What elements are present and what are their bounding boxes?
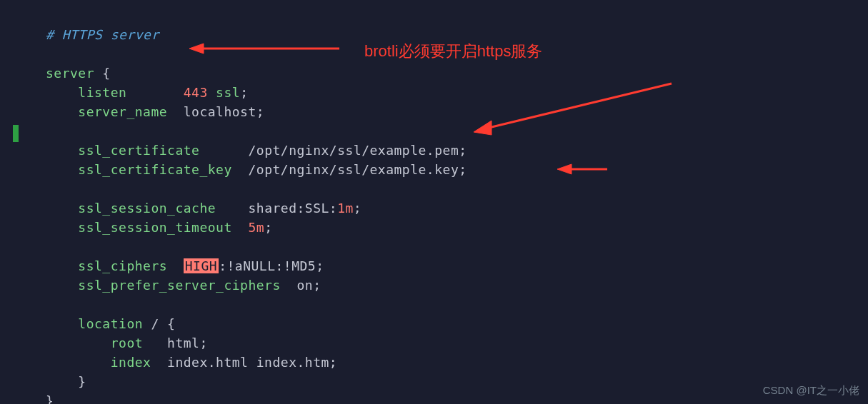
kw-location: location — [78, 316, 143, 331]
gutter-mark — [13, 125, 19, 142]
kw-ssl-session-cache: ssl_session_cache — [78, 201, 216, 216]
kw-ssl-cert: ssl_certificate — [78, 143, 199, 158]
watermark: CSDN @IT之一小佬 — [763, 383, 859, 399]
kw-listen: listen — [78, 85, 126, 100]
kw-ssl-session-timeout: ssl_session_timeout — [78, 220, 231, 235]
code-block: # HTTPS server server { listen 443 ssl; … — [0, 0, 868, 404]
brace-close-inner: } — [78, 374, 86, 389]
kw-ssl-prefer: ssl_prefer_server_ciphers — [78, 278, 280, 293]
kw-ssl-cert-key: ssl_certificate_key — [78, 162, 231, 177]
kw-ssl-ciphers: ssl_ciphers — [78, 258, 167, 273]
highlight-HIGH: HIGH — [184, 258, 219, 273]
comment-line: # HTTPS server — [46, 27, 159, 42]
brace-close-outer: } — [46, 393, 54, 404]
kw-server: server — [46, 66, 94, 81]
kw-index: index — [111, 355, 151, 370]
kw-root: root — [111, 335, 143, 350]
kw-server-name: server_name — [78, 104, 167, 119]
